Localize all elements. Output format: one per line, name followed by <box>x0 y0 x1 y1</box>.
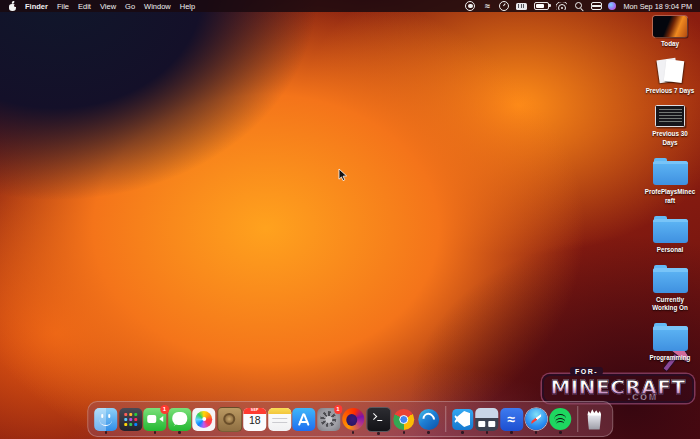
safari-icon <box>524 408 547 431</box>
record-indicator-icon[interactable] <box>465 1 475 11</box>
folder-highlight <box>653 161 688 165</box>
watermark-bottom-text: .COM <box>628 392 658 402</box>
wave-app-icon: ≈ <box>500 408 523 431</box>
stack-label: Today <box>661 40 679 49</box>
folder-label: Programming <box>650 354 691 363</box>
menu-item-window[interactable]: Window <box>144 2 171 11</box>
dock-spotify[interactable] <box>549 408 572 431</box>
folder-highlight <box>653 219 688 223</box>
wave-app-menu-icon[interactable]: ≈ <box>482 2 492 11</box>
finder-eyes <box>101 414 103 419</box>
mission-control-icon <box>475 408 498 431</box>
spotify-icon <box>549 408 572 431</box>
dock-terminal[interactable] <box>366 407 391 432</box>
menu-item-edit[interactable]: Edit <box>78 2 91 11</box>
watermark-main-text: MINECRAFT <box>547 377 689 398</box>
spotlight-search-icon[interactable] <box>574 1 584 11</box>
dock-finder[interactable] <box>94 408 117 431</box>
wifi-dot <box>561 7 563 9</box>
calendar-month: SEP <box>243 408 266 412</box>
folder-highlight <box>653 268 688 272</box>
folder-profeplaysminecraft[interactable]: ProfePlaysMinecraft <box>642 157 698 205</box>
dock-calendar[interactable]: SEP 18 <box>243 408 266 431</box>
menu-bar-left: Finder File Edit View Go Window Help <box>8 1 195 11</box>
dock-facetime[interactable]: 1 <box>143 408 166 431</box>
menu-bar-clock[interactable]: Mon Sep 18 9:04 PM <box>623 2 692 11</box>
launchpad-icon <box>119 408 142 431</box>
dock-vscode[interactable] <box>451 408 474 431</box>
dock-mission-control[interactable] <box>475 408 498 431</box>
dock-photos[interactable] <box>192 408 215 431</box>
folder-label: ProfePlaysMinecraft <box>644 188 696 205</box>
launchpad-grid <box>124 413 127 416</box>
stack-previous-7-days[interactable]: Previous 7 Days <box>642 59 698 96</box>
dock-separator <box>577 406 578 432</box>
folder-icon <box>653 325 688 351</box>
notes-icon <box>268 408 291 431</box>
stack-previous-30-days[interactable]: Previous 30 Days <box>642 105 698 147</box>
calendar-icon: SEP 18 <box>243 408 266 431</box>
firefox-icon <box>341 408 364 431</box>
menu-item-finder[interactable]: Finder <box>25 2 48 11</box>
watermark-top-text: FOR- <box>570 367 603 375</box>
spotify-arcs <box>555 418 565 426</box>
desktop-icon-column: Today Previous 7 Days Previous 30 Days P… <box>642 16 698 362</box>
dock-firefox[interactable] <box>341 408 364 431</box>
app-store-a-bar <box>299 421 308 423</box>
finder-icon <box>94 408 117 431</box>
folder-programming[interactable]: Programming <box>642 323 698 363</box>
control-center-icon[interactable] <box>591 2 601 11</box>
wifi-icon[interactable] <box>556 2 567 10</box>
dock: 1 SEP 18 1 ≈ <box>87 401 613 437</box>
dock-notes[interactable] <box>268 408 291 431</box>
menu-item-help[interactable]: Help <box>180 2 195 11</box>
dock-chrome[interactable] <box>392 408 415 431</box>
apple-leaf <box>11 1 15 5</box>
today-stack-icon <box>653 16 687 37</box>
trash-icon <box>583 408 606 431</box>
dock-messages[interactable] <box>168 408 191 431</box>
folder-icon <box>653 159 688 185</box>
dock-safari[interactable] <box>524 408 547 431</box>
stack-label: Previous 30 Days <box>644 130 696 147</box>
menu-bar-status-area: ≈ Mon Sep 18 9:04 PM <box>465 1 692 11</box>
stack-label: Previous 7 Days <box>646 87 695 96</box>
dock-trash[interactable] <box>583 408 606 431</box>
menu-item-view[interactable]: View <box>100 2 116 11</box>
settings-notification-badge: 1 <box>334 405 343 414</box>
stack-today[interactable]: Today <box>642 16 698 49</box>
facetime-notification-badge: 1 <box>160 405 169 414</box>
menu-item-file[interactable]: File <box>57 2 69 11</box>
vscode-icon <box>451 408 474 431</box>
folder-label: Currently Working On <box>644 296 696 313</box>
folder-currently-working-on[interactable]: Currently Working On <box>642 265 698 313</box>
siri-icon[interactable] <box>608 2 617 11</box>
battery-icon[interactable] <box>534 2 549 11</box>
minecraft-launcher-icon <box>217 407 242 432</box>
timer-icon[interactable] <box>499 1 509 11</box>
terminal-icon <box>366 407 391 432</box>
messages-icon <box>168 408 191 431</box>
edge-icon <box>417 408 440 431</box>
dock-launchpad[interactable] <box>119 408 142 431</box>
folder-label: Personal <box>657 246 684 255</box>
chrome-icon <box>392 408 415 431</box>
photos-icon <box>192 408 215 431</box>
dock-separator <box>445 406 446 432</box>
keyboard-icon[interactable] <box>516 3 527 10</box>
folder-icon <box>653 267 688 293</box>
folder-personal[interactable]: Personal <box>642 215 698 255</box>
folder-highlight <box>653 326 688 330</box>
watermark-box: FOR- MINECRAFT .COM <box>542 374 694 403</box>
dock-edge[interactable] <box>417 408 440 431</box>
dock-system-settings[interactable]: 1 <box>317 408 340 431</box>
folder-icon <box>653 217 688 243</box>
dock-minecraft-launcher[interactable] <box>217 407 242 432</box>
previous-7-days-stack-icon <box>653 59 687 84</box>
menu-item-go[interactable]: Go <box>125 2 135 11</box>
calendar-day: 18 <box>243 414 266 426</box>
app-store-icon <box>292 408 315 431</box>
apple-menu-icon[interactable] <box>8 1 16 11</box>
dock-app-store[interactable] <box>292 408 315 431</box>
dock-wave-app[interactable]: ≈ <box>500 408 523 431</box>
